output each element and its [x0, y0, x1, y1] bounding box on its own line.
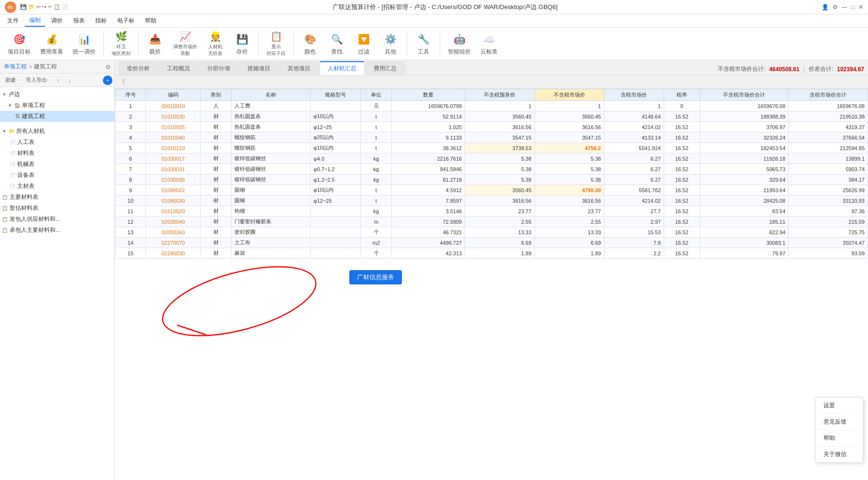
table-cell[interactable]: 5.38 — [534, 164, 604, 175]
table-cell[interactable]: 01010030 — [146, 111, 200, 122]
fee-check-btn[interactable]: 💰 费用查看 — [36, 30, 67, 58]
menu-etender[interactable]: 电子标 — [112, 15, 139, 26]
table-cell[interactable]: 密封胶圈 — [231, 227, 311, 238]
maximize-btn[interactable]: □ — [851, 4, 855, 11]
table-cell[interactable]: 土工布 — [231, 238, 311, 248]
table-cell[interactable]: 热轧圆盘条 — [231, 111, 311, 122]
table-cell[interactable]: 16.52 — [664, 227, 700, 238]
stock-btn[interactable]: 💾 存价 — [230, 30, 255, 58]
table-cell[interactable]: 材 — [200, 238, 231, 248]
table-cell[interactable]: 93.09 — [789, 248, 868, 259]
table-cell[interactable]: 3706.97 — [700, 122, 789, 132]
tree-contractor-material[interactable]: 📋 承包人主要材料和... — [0, 225, 114, 236]
table-cell[interactable]: φ0.7~1.2 — [311, 164, 361, 175]
table-cell[interactable]: 1 — [465, 101, 534, 111]
table-cell[interactable]: 4.5912 — [391, 185, 465, 196]
table-cell[interactable]: m — [361, 217, 391, 227]
table-cell[interactable]: 14 — [115, 238, 146, 248]
table-row[interactable]: 1101610020材钩稽kg3.514623.7723.7727.716.52… — [115, 206, 868, 217]
table-cell[interactable]: 215.59 — [789, 217, 868, 227]
table-cell[interactable]: 1 — [604, 101, 664, 111]
table-cell[interactable] — [311, 101, 361, 111]
table-cell[interactable]: 个 — [361, 227, 391, 238]
labor-machine-btn[interactable]: 👷 人材机无价差 — [203, 30, 228, 58]
table-cell[interactable]: 5065.73 — [700, 164, 789, 175]
table-row[interactable]: 1302050260材密封胶圈个46.732113.3313.3315.5316… — [115, 227, 868, 238]
color-btn[interactable]: 🎨 颜色 — [298, 30, 323, 58]
table-cell[interactable]: 5.38 — [534, 153, 604, 164]
table-cell[interactable]: 32326.24 — [700, 132, 789, 143]
table-cell[interactable]: 16.52 — [664, 132, 700, 143]
table-cell[interactable]: 11926.18 — [700, 153, 789, 164]
table-cell[interactable]: 01030017 — [146, 153, 200, 164]
tab-cost-analysis[interactable]: 造价分析 — [119, 62, 158, 75]
table-cell[interactable]: 6.27 — [604, 175, 664, 185]
table-cell[interactable]: 3616.56 — [534, 122, 604, 132]
table-cell[interactable]: 8 — [115, 175, 146, 185]
table-cell[interactable]: 2.55 — [534, 217, 604, 227]
table-cell[interactable]: 2 — [115, 111, 146, 122]
table-cell[interactable]: 7 — [115, 164, 146, 175]
table-cell[interactable]: 1.025 — [391, 122, 465, 132]
table-cell[interactable]: 7.8 — [604, 238, 664, 248]
menu-adjust[interactable]: 调价 — [46, 15, 67, 26]
tab-fee-summary[interactable]: 费用汇总 — [366, 62, 405, 75]
arrow-up-btn[interactable]: ↑ — [54, 76, 63, 85]
env-region-btn[interactable]: 🌿 环卫地区类别 — [108, 30, 134, 58]
table-cell[interactable]: 33120.93 — [789, 196, 868, 206]
table-cell[interactable]: 16.52 — [664, 153, 700, 164]
table-cell[interactable]: 3560.45 — [534, 111, 604, 122]
table-cell[interactable]: φ10以内 — [311, 111, 361, 122]
table-cell[interactable]: 12 — [115, 217, 146, 227]
table-row[interactable]: 201010030材热轧圆盘条φ10以内t52.91143560.453560.… — [115, 111, 868, 122]
tab-project-overview[interactable]: 工程概况 — [159, 62, 198, 75]
breadcrumb-item-1[interactable]: 单项工程 — [4, 63, 27, 71]
table-cell[interactable]: 3738.53 — [465, 143, 534, 153]
table-cell[interactable]: φ4.0 — [311, 153, 361, 164]
table-cell[interactable]: 镀锌低碳钢丝 — [231, 175, 311, 185]
table-cell[interactable]: 1659676.08 — [789, 101, 868, 111]
table-cell[interactable]: 01030035 — [146, 175, 200, 185]
table-cell[interactable]: 15.53 — [604, 227, 664, 238]
new-btn[interactable]: 新建· — [2, 75, 21, 85]
table-cell[interactable]: 6 — [115, 153, 146, 164]
table-cell[interactable] — [311, 227, 361, 238]
table-cell[interactable]: 材 — [200, 217, 231, 227]
table-cell[interactable]: 材 — [200, 122, 231, 132]
table-cell[interactable]: 97.36 — [789, 206, 868, 217]
import-btn[interactable]: 导入导出· — [22, 75, 52, 85]
table-cell[interactable]: 6.69 — [465, 238, 534, 248]
table-row[interactable]: 100010010人人工费元1659676.079911101659676.08… — [115, 101, 868, 111]
menu-index[interactable]: 指标 — [90, 15, 111, 26]
table-cell[interactable]: 3547.15 — [465, 132, 534, 143]
table-cell[interactable]: 3.5146 — [391, 206, 465, 217]
table-cell[interactable]: kg — [361, 153, 391, 164]
table-cell[interactable]: 材 — [200, 153, 231, 164]
table-row[interactable]: 601030017材镀锌低碳钢丝φ4.0kg2216.76165.385.386… — [115, 153, 868, 164]
table-cell[interactable]: 11 — [115, 206, 146, 217]
table-cell[interactable]: 5.38 — [465, 164, 534, 175]
table-cell[interactable]: 16.52 — [664, 217, 700, 227]
table-cell[interactable]: 27.7 — [604, 206, 664, 217]
table-cell[interactable]: 3 — [115, 122, 146, 132]
context-menu-about[interactable]: 关于微信 — [816, 447, 863, 462]
minimize-btn[interactable]: — — [842, 4, 847, 11]
table-cell[interactable]: 16.52 — [664, 248, 700, 259]
table-cell[interactable]: 2.55 — [465, 217, 534, 227]
table-row[interactable]: 401010040材螺纹钢筋φ25以内t9.11333547.153547.15… — [115, 132, 868, 143]
table-cell[interactable]: 个 — [361, 248, 391, 259]
table-cell[interactable]: 1 — [534, 101, 604, 111]
plus-btn[interactable]: + — [103, 76, 112, 85]
table-cell[interactable]: 16.52 — [664, 185, 700, 196]
table-cell[interactable]: 941.5846 — [391, 164, 465, 175]
service-btn[interactable]: 广材信息服务 — [349, 270, 402, 284]
table-cell[interactable]: 门窗密封橡胶条 — [231, 217, 311, 227]
table-cell[interactable]: 4 — [115, 132, 146, 143]
table-cell[interactable]: 83.54 — [700, 206, 789, 217]
display-sub-btn[interactable]: 📋 显示对应子目 — [263, 30, 289, 58]
table-cell[interactable]: 01010040 — [146, 132, 200, 143]
table-cell[interactable]: φ12~25 — [311, 122, 361, 132]
table-cell[interactable]: 1659676.0799 — [391, 101, 465, 111]
table-cell[interactable]: 钩稽 — [231, 206, 311, 217]
table-cell[interactable]: 6.27 — [604, 164, 664, 175]
